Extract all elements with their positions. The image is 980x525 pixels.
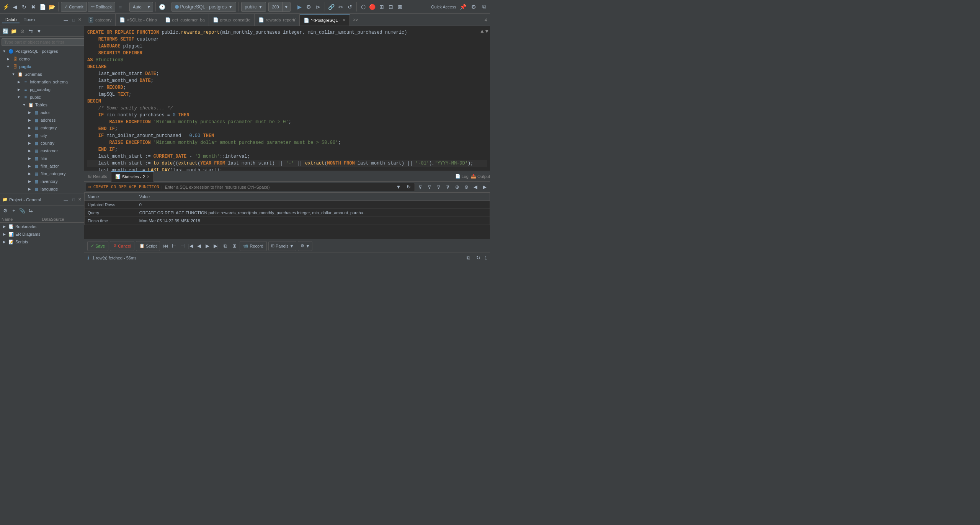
toolbar-connect-icon[interactable]: 🔗 (327, 3, 336, 11)
tree-arrow-film-category[interactable]: ▶ (27, 171, 32, 176)
tree-item-customer[interactable]: ▶ ▦ customer (0, 147, 84, 155)
tree-arrow-pg-catalog[interactable]: ▶ (16, 87, 21, 92)
tree-item-tables[interactable]: ▼ 📋 Tables (0, 101, 84, 109)
tree-arrow-customer[interactable]: ▶ (27, 148, 32, 153)
tree-arrow-country[interactable]: ▶ (27, 140, 32, 146)
results-tab-results[interactable]: ⊞ Results (84, 171, 111, 182)
sidebar-minimize-icon[interactable]: — (63, 17, 69, 23)
tab-get-customer[interactable]: 📄 get_customer_ba (161, 14, 209, 26)
sidebar-maximize-icon[interactable]: □ (70, 17, 77, 23)
results-copy-icon[interactable]: ⧉ (221, 242, 229, 250)
tree-item-film-category[interactable]: ▶ ▦ film_category (0, 170, 84, 178)
results-nav-prev[interactable]: ◀ (472, 183, 479, 191)
tree-arrow-actor[interactable]: ▶ (27, 110, 32, 115)
tree-arrow-info-schema[interactable]: ▶ (16, 79, 21, 85)
results-filter-btn-2[interactable]: ⊽ (426, 183, 433, 191)
project-arrow-er-diagrams[interactable]: ▶ (2, 232, 7, 237)
tab-group-concat[interactable]: 📄 group_concat(te (209, 14, 255, 26)
tree-arrow-language[interactable]: ▶ (27, 186, 32, 192)
project-arrow-bookmarks[interactable]: ▶ (2, 224, 7, 229)
tab-rewards-report[interactable]: 📄 rewards_report( (255, 14, 300, 26)
sidebar-tab-project[interactable]: Проек (20, 16, 38, 23)
tree-item-postgresql[interactable]: ▼ 🔵 PostgreSQL - postgres (0, 47, 84, 55)
toolbar-new-icon[interactable]: 📄 (38, 3, 47, 11)
results-filter-refresh[interactable]: ↻ (405, 183, 412, 191)
rollback-button[interactable]: ↩ Rollback (88, 2, 115, 12)
toolbar-settings-icon[interactable]: ⚙ (469, 3, 478, 11)
auto-commit-dropdown[interactable]: Auto ▼ (129, 2, 153, 12)
toolbar-more4-icon[interactable]: ⊟ (387, 3, 395, 11)
schema-selector[interactable]: public ▼ (241, 2, 266, 12)
connection-selector[interactable]: PostgreSQL - postgres ▼ (172, 2, 237, 12)
toolbar-refresh-icon[interactable]: ↻ (20, 3, 28, 11)
tab-overflow-indicator[interactable]: >> (350, 14, 361, 26)
tree-arrow-postgresql[interactable]: ▼ (2, 49, 7, 54)
limit-dropdown-arrow[interactable]: ▼ (282, 2, 290, 11)
tree-item-city[interactable]: ▶ ▦ city (0, 132, 84, 139)
script-button[interactable]: 📋 Script (136, 241, 160, 251)
tree-arrow-public[interactable]: ▼ (16, 95, 21, 100)
sidebar-sync-icon[interactable]: ⇆ (27, 28, 34, 35)
project-minimize-icon[interactable]: — (63, 197, 69, 203)
tree-item-country[interactable]: ▶ ▦ country (0, 139, 84, 147)
nav-align-right-icon[interactable]: ⊣ (178, 242, 186, 250)
tab-sqlite[interactable]: 📄 <SQLite - Chino (116, 14, 161, 26)
project-maximize-icon[interactable]: □ (70, 197, 77, 203)
project-item-scripts[interactable]: ▶ 📝 Scripts (0, 238, 84, 246)
tree-item-pg-catalog[interactable]: ▶ ≡ pg_catalog (0, 86, 84, 93)
project-add-icon[interactable]: 📎 (18, 207, 26, 215)
toolbar-home-icon[interactable]: ⚡ (2, 3, 10, 11)
toolbar-more1-icon[interactable]: ⬡ (359, 3, 368, 11)
sidebar-close-icon[interactable]: ✕ (78, 17, 82, 22)
record-button[interactable]: 📹 Record (240, 241, 266, 251)
toolbar-reconnect-icon[interactable]: ↺ (346, 3, 354, 11)
tree-item-film-actor[interactable]: ▶ ▦ film_actor (0, 162, 84, 170)
toolbar-stop-icon[interactable]: ✖ (29, 3, 38, 11)
toolbar-open-icon[interactable]: 📂 (47, 3, 56, 11)
tree-item-schemas[interactable]: ▼ 📋 Schemas (0, 70, 84, 78)
toolbar-more5-icon[interactable]: ⊠ (396, 3, 404, 11)
results-filter-btn-1[interactable]: ⊽ (416, 183, 424, 191)
results-page-copy-icon[interactable]: ⧉ (465, 254, 472, 262)
results-nav-next[interactable]: ▶ (481, 183, 488, 191)
toolbar-back-icon[interactable]: ◀ (11, 3, 19, 11)
tab-close-postgresql-active[interactable]: ✕ (343, 18, 346, 22)
tree-arrow-schemas[interactable]: ▼ (11, 72, 16, 77)
tree-arrow-address[interactable]: ▶ (27, 117, 32, 123)
project-settings-icon[interactable]: ⚙ (2, 207, 9, 215)
nav-first-btn[interactable]: |◀ (187, 242, 194, 250)
results-filter-btn-3[interactable]: ⊽ (435, 183, 443, 191)
scroll-down-arrow[interactable]: ▼ (485, 28, 488, 36)
panels-button[interactable]: ⊞ Panels ▼ (268, 241, 297, 251)
tab-postgresql-active[interactable]: 📄 *<PostgreSQL - ✕ (300, 14, 350, 26)
settings-button[interactable]: ⚙ ▼ (298, 241, 312, 251)
project-item-er-diagrams[interactable]: ▶ 📊 ER Diagrams (0, 230, 84, 238)
sidebar-new-icon[interactable]: 🔄 (2, 28, 9, 35)
schema-dropdown-arrow[interactable]: ▼ (258, 4, 263, 10)
results-filter-btn-5[interactable]: ⊕ (453, 183, 461, 191)
tree-arrow-tables[interactable]: ▼ (21, 102, 27, 108)
toolbar-pin-icon[interactable]: 📌 (459, 3, 467, 11)
toolbar-run-script-icon[interactable]: ⊳ (314, 3, 322, 11)
toolbar-run-icon[interactable]: ▶ (296, 3, 304, 11)
table-row[interactable]: Updated Rows 0 (85, 201, 490, 209)
nav-first-icon[interactable]: ⏮ (162, 242, 169, 250)
tree-arrow-inventory[interactable]: ▶ (27, 179, 32, 184)
sidebar-filter-icon[interactable]: ⊘ (18, 28, 26, 35)
statistics-tab-close[interactable]: ✕ (147, 174, 150, 179)
results-page-refresh-icon[interactable]: ↻ (475, 254, 482, 262)
sidebar-tab-database[interactable]: Datab (2, 16, 20, 23)
toolbar-schedule-icon[interactable]: 🕐 (158, 3, 167, 11)
nav-last-btn[interactable]: ▶| (212, 242, 220, 250)
save-button[interactable]: ✓ Save (87, 241, 108, 251)
toolbar-window-icon[interactable]: ⧉ (480, 3, 488, 11)
limit-dropdown[interactable]: 200 ▼ (268, 2, 290, 12)
tree-item-address[interactable]: ▶ ▦ address (0, 116, 84, 124)
toolbar-format-icon[interactable]: ≡ (116, 3, 124, 11)
project-close-icon[interactable]: ✕ (78, 197, 82, 202)
toolbar-run-plan-icon[interactable]: ⚙ (305, 3, 313, 11)
connection-dropdown-arrow[interactable]: ▼ (228, 4, 233, 10)
tree-arrow-demo[interactable]: ▶ (5, 56, 11, 62)
code-editor[interactable]: CREATE OR REPLACE FUNCTION public.reward… (84, 26, 490, 171)
tree-arrow-category[interactable]: ▶ (27, 125, 32, 130)
